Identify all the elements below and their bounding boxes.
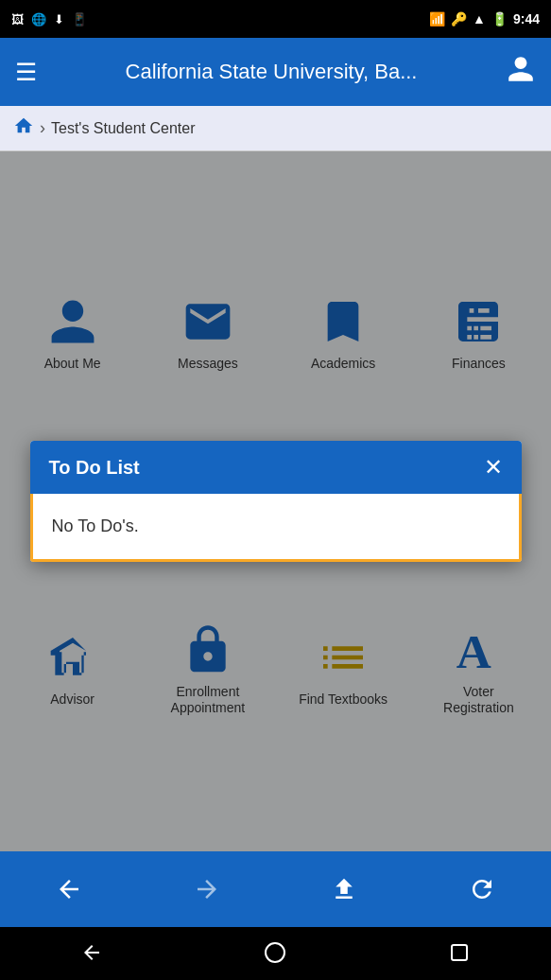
back-button[interactable]	[45, 866, 93, 913]
image-icon: 🖼	[11, 12, 24, 26]
app-header: ☰ California State University, Ba...	[0, 38, 551, 106]
android-recent-button[interactable]	[448, 941, 471, 970]
modal-title: To Do List	[49, 457, 140, 479]
download-icon: ⬇	[54, 12, 64, 26]
svg-point-1	[266, 943, 284, 962]
phone-icon: 📱	[72, 12, 87, 26]
modal-close-button[interactable]: ✕	[484, 456, 503, 479]
modal-body-text: No To Do's.	[52, 516, 139, 535]
battery-icon: 🔋	[491, 11, 508, 26]
bottom-navigation	[0, 851, 551, 927]
status-bar: 🖼 🌐 ⬇ 📱 📶 🔑 ▲ 🔋 9:44	[0, 0, 551, 38]
share-button[interactable]	[320, 866, 368, 913]
time: 9:44	[513, 11, 540, 26]
breadcrumb-separator: ›	[40, 118, 45, 138]
breadcrumb-text: Test's Student Center	[51, 120, 195, 137]
modal-header: To Do List ✕	[30, 441, 522, 494]
breadcrumb: › Test's Student Center	[0, 106, 551, 151]
android-home-button[interactable]	[264, 941, 286, 970]
status-bar-icons: 🖼 🌐 ⬇ 📱	[11, 12, 87, 26]
android-back-button[interactable]	[80, 941, 103, 970]
modal-body: No To Do's.	[30, 494, 522, 562]
header-title: California State University, Ba...	[37, 60, 506, 84]
forward-button[interactable]	[183, 866, 231, 913]
profile-button[interactable]	[506, 54, 536, 91]
refresh-button[interactable]	[458, 866, 506, 913]
wifi-icon: ▲	[473, 11, 486, 26]
status-bar-right: 📶 🔑 ▲ 🔋 9:44	[429, 11, 540, 26]
home-icon[interactable]	[13, 115, 34, 141]
key-icon: 🔑	[451, 11, 467, 26]
todo-modal: To Do List ✕ No To Do's.	[30, 441, 522, 562]
content-area: About Me Messages Academics Finances	[0, 151, 551, 851]
android-navigation	[0, 927, 551, 980]
globe-icon: 🌐	[31, 12, 46, 26]
hamburger-menu-button[interactable]: ☰	[15, 58, 37, 87]
signal-icon: 📶	[429, 11, 445, 26]
svg-rect-2	[452, 945, 467, 960]
